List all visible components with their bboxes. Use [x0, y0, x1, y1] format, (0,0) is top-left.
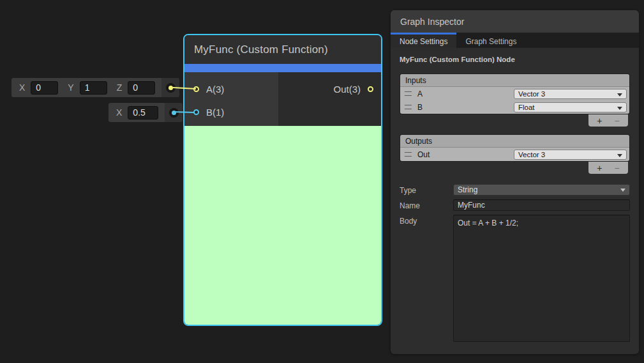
graph-inspector-panel: Graph Inspector Node Settings Graph Sett…: [391, 10, 639, 354]
outputs-row-out-type-value: Vector 3: [518, 151, 545, 158]
inspector-body: MyFunc (Custom Function) Node Inputs A V…: [391, 48, 639, 353]
float-fields: X: [109, 103, 165, 122]
float-input-widget: X: [109, 103, 183, 122]
node-settings-heading: MyFunc (Custom Function) Node: [400, 56, 630, 63]
dropdown-arrow-icon: [617, 154, 622, 157]
inspector-title: Graph Inspector: [400, 17, 464, 27]
port-row-b: B(1): [184, 100, 278, 123]
inspector-titlebar[interactable]: Graph Inspector: [391, 10, 639, 33]
node-color-band: [184, 64, 381, 72]
inspector-tabs: Node Settings Graph Settings: [391, 33, 639, 48]
vector3-z-label: Z: [117, 82, 123, 93]
inputs-list-footer: + −: [400, 114, 630, 127]
name-field[interactable]: [453, 199, 630, 211]
float-connector-dot-icon: [172, 111, 176, 115]
drag-handle-icon[interactable]: [405, 105, 412, 109]
body-field[interactable]: Out = A + B + 1/2;: [453, 215, 630, 342]
inputs-row-a-type-dropdown[interactable]: Vector 3: [514, 89, 627, 99]
inputs-list-header: Inputs: [400, 74, 629, 87]
dropdown-arrow-icon: [620, 189, 625, 192]
type-dropdown[interactable]: String: [453, 184, 630, 196]
vector3-y-label: Y: [68, 82, 73, 93]
type-property-row: Type String: [400, 184, 630, 196]
port-b-ring-icon[interactable]: [193, 109, 199, 115]
node-output-ports: Out(3): [278, 72, 381, 126]
body-label: Body: [400, 215, 453, 342]
shader-graph-canvas: X Y Z X MyFunc (Custom Function): [0, 0, 644, 363]
port-b-label: B(1): [206, 107, 224, 118]
node-port-area: A(3) B(1) Out(3): [184, 72, 381, 126]
float-x-label: X: [116, 107, 122, 118]
type-label: Type: [400, 184, 453, 196]
custom-function-node[interactable]: MyFunc (Custom Function) A(3) B(1) Out(3…: [183, 34, 382, 326]
vector3-x-field[interactable]: [31, 81, 58, 95]
outputs-row-out-name: Out: [417, 150, 430, 159]
vector3-z-field[interactable]: [128, 81, 155, 95]
outputs-remove-button[interactable]: −: [611, 164, 624, 173]
float-x-field[interactable]: [128, 106, 158, 120]
body-property-row: Body Out = A + B + 1/2;: [400, 215, 630, 342]
vector3-fields: X Y Z: [11, 78, 161, 97]
vector3-y-field[interactable]: [80, 81, 107, 95]
inputs-list: Inputs A Vector 3 B Float: [400, 73, 630, 114]
port-out-ring-icon[interactable]: [368, 86, 373, 92]
outputs-row-out-type-dropdown[interactable]: Vector 3: [514, 150, 627, 160]
inputs-row-a[interactable]: A Vector 3: [400, 87, 629, 100]
dropdown-arrow-icon: [617, 107, 622, 110]
inputs-row-b-type-value: Float: [518, 104, 535, 111]
name-property-row: Name: [400, 199, 630, 211]
outputs-list-footer: + −: [400, 162, 630, 174]
type-value: String: [458, 185, 477, 194]
vector3-input-widget: X Y Z: [11, 78, 179, 97]
vector3-connector-cell[interactable]: [161, 78, 179, 97]
inputs-row-a-type-value: Vector 3: [518, 90, 545, 98]
float-connector-socket: [169, 108, 179, 118]
dropdown-arrow-icon: [617, 93, 622, 97]
port-row-a: A(3): [184, 77, 278, 100]
vector3-connector-socket: [166, 83, 176, 93]
node-title: MyFunc (Custom Function): [184, 35, 381, 64]
name-label: Name: [400, 199, 453, 211]
inputs-add-button[interactable]: +: [593, 116, 606, 125]
float-connector-cell[interactable]: [165, 103, 183, 122]
tab-node-settings[interactable]: Node Settings: [391, 33, 456, 48]
outputs-list-header: Outputs: [400, 135, 629, 148]
inputs-row-b-name: B: [417, 103, 423, 112]
tab-graph-settings[interactable]: Graph Settings: [456, 33, 525, 48]
outputs-list: Outputs Out Vector 3: [400, 134, 630, 162]
node-preview: [184, 126, 381, 325]
port-out-label: Out(3): [333, 84, 361, 95]
port-a-ring-icon[interactable]: [193, 86, 199, 92]
drag-handle-icon[interactable]: [405, 91, 412, 96]
vector3-connector-dot-icon: [168, 86, 173, 90]
inputs-row-a-name: A: [417, 89, 423, 98]
inputs-row-b[interactable]: B Float: [400, 100, 629, 114]
inputs-row-b-type-dropdown[interactable]: Float: [514, 102, 627, 112]
port-row-out: Out(3): [278, 77, 381, 100]
drag-handle-icon[interactable]: [405, 152, 412, 157]
vector3-x-label: X: [19, 82, 25, 93]
inputs-remove-button[interactable]: −: [611, 116, 624, 125]
port-a-label: A(3): [206, 84, 224, 95]
outputs-row-out[interactable]: Out Vector 3: [400, 148, 629, 161]
node-input-ports: A(3) B(1): [184, 72, 278, 126]
outputs-add-button[interactable]: +: [593, 164, 606, 173]
